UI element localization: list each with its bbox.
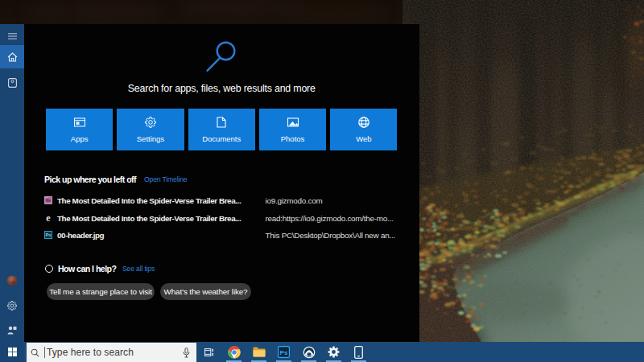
svg-text:Ps: Ps	[280, 349, 288, 356]
svg-text:Ps: Ps	[45, 232, 51, 237]
svg-text:e: e	[46, 214, 51, 222]
